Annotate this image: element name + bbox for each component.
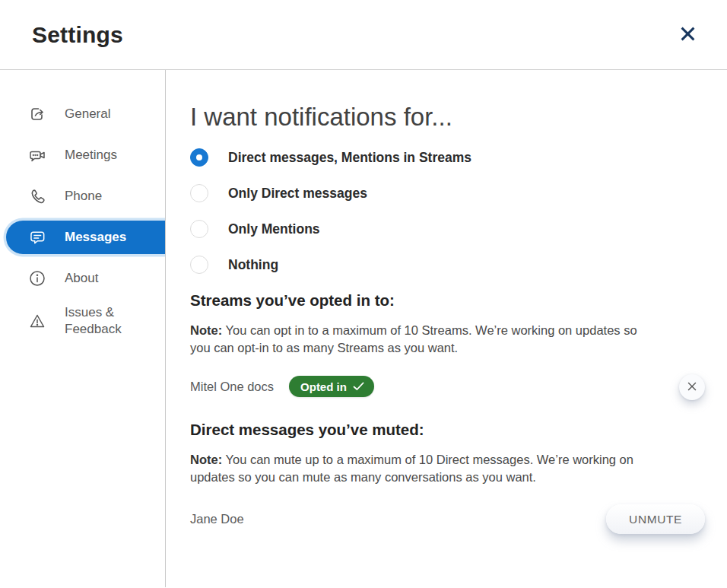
dialog-body: General Meetings (0, 70, 727, 587)
warning-icon (28, 312, 46, 330)
radio-option-nothing[interactable]: Nothing (190, 256, 705, 274)
note-line: You can opt in to a maximum of 10 Stream… (225, 323, 637, 337)
phone-icon (28, 187, 46, 205)
dialog-header: Settings (0, 0, 727, 70)
notifications-settings-panel: I want notifications for... Direct messa… (166, 70, 727, 587)
small-close-icon (687, 381, 697, 394)
radio-option-direct-and-mentions[interactable]: Direct messages, Mentions in Streams (190, 148, 705, 167)
streams-section-heading: Streams you’ve opted in to: (190, 292, 705, 309)
opted-in-badge[interactable]: Opted in (289, 376, 374, 397)
settings-dialog: Settings General (0, 0, 727, 588)
sidebar-item-label: Meetings (65, 147, 117, 164)
sidebar-item-label: General (65, 106, 110, 122)
video-chat-icon (28, 146, 46, 164)
sidebar-item-label: Messages (65, 229, 126, 246)
note-line: you can opt-in to as many Streams as you… (190, 341, 458, 354)
sidebar-item-label: About (65, 270, 98, 287)
sidebar-item-phone[interactable]: Phone (6, 180, 165, 213)
muted-note: Note: You can mute up to a maximum of 10… (190, 451, 704, 486)
muted-contact-name: Jane Doe (190, 512, 244, 526)
dialog-title: Settings (32, 22, 123, 48)
close-icon (678, 24, 698, 46)
sidebar-item-issues-feedback[interactable]: Issues & Feedback (6, 303, 165, 339)
stream-list-item: Mitel One docs Opted in (190, 375, 705, 398)
sidebar-item-label: Issues & Feedback (65, 304, 156, 338)
note-prefix: Note: (190, 453, 222, 466)
check-icon (353, 380, 364, 393)
remove-stream-button[interactable] (679, 374, 705, 400)
note-line: updates so you can mute as many conversa… (190, 470, 536, 484)
sidebar-item-general[interactable]: General (6, 97, 165, 131)
radio-unselected-icon[interactable] (190, 220, 208, 238)
radio-label: Only Mentions (228, 221, 320, 237)
note-line: You can mute up to a maximum of 10 Direc… (225, 453, 633, 466)
radio-label: Nothing (228, 257, 278, 273)
radio-unselected-icon[interactable] (190, 184, 208, 202)
badge-label: Opted in (300, 380, 347, 393)
sidebar-item-about[interactable]: About (6, 262, 165, 295)
muted-list-item: Jane Doe UNMUTE (190, 504, 705, 534)
sidebar-item-messages[interactable]: Messages (6, 221, 165, 254)
stream-name: Mitel One docs (190, 380, 274, 394)
sidebar-item-label: Phone (65, 188, 102, 205)
message-bubble-icon (28, 228, 46, 246)
radio-option-only-mentions[interactable]: Only Mentions (190, 220, 705, 238)
sidebar-item-meetings[interactable]: Meetings (6, 138, 165, 172)
muted-section-heading: Direct messages you’ve muted: (190, 421, 705, 438)
radio-selected-icon[interactable] (190, 148, 208, 167)
unmute-button[interactable]: UNMUTE (606, 504, 705, 534)
info-icon (28, 269, 46, 288)
streams-note: Note: You can opt in to a maximum of 10 … (190, 322, 704, 357)
share-icon (28, 105, 46, 123)
radio-option-only-direct[interactable]: Only Direct messages (190, 184, 705, 202)
page-title: I want notifications for... (190, 100, 705, 134)
settings-sidebar: General Meetings (0, 70, 166, 587)
radio-unselected-icon[interactable] (190, 256, 208, 274)
radio-label: Direct messages, Mentions in Streams (228, 150, 471, 166)
radio-label: Only Direct messages (228, 186, 367, 202)
close-button[interactable] (674, 21, 701, 49)
note-prefix: Note: (190, 323, 222, 337)
